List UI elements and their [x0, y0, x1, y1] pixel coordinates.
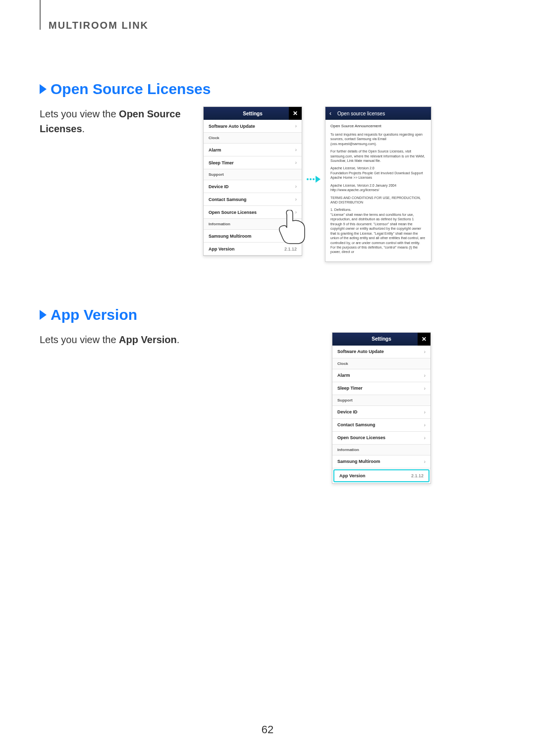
- group-clock: Clock: [332, 358, 430, 369]
- close-icon[interactable]: ✕: [289, 107, 302, 120]
- group-clock: Clock: [204, 133, 302, 144]
- desc-bold: App Version: [119, 334, 177, 345]
- screenshot-group: Settings ✕ Software Auto Update› Clock A…: [272, 332, 490, 484]
- group-support: Support: [204, 169, 302, 180]
- row-contact-samsung[interactable]: Contact Samsung›: [332, 419, 430, 432]
- chevron-right-icon: ›: [424, 373, 426, 378]
- licenses-doc-screenshot: ‹ Open source licenses Open Source Annou…: [325, 106, 431, 262]
- settings-title: Settings: [243, 111, 262, 116]
- chevron-right-icon: ›: [295, 160, 297, 165]
- row-open-source-licenses[interactable]: Open Source Licenses›: [332, 432, 430, 445]
- chevron-right-icon: ›: [295, 209, 297, 215]
- row-alarm[interactable]: Alarm›: [204, 144, 302, 156]
- close-icon[interactable]: ✕: [418, 333, 430, 346]
- chevron-right-icon: ›: [424, 386, 426, 391]
- section-title: Open Source Licenses: [51, 81, 211, 98]
- doc-header: ‹ Open source licenses: [325, 107, 431, 120]
- row-open-source-licenses[interactable]: Open Source Licenses›: [204, 206, 302, 219]
- desc-suffix: .: [177, 334, 180, 345]
- chevron-right-icon: ›: [295, 197, 297, 202]
- desc-prefix: Lets you view the: [40, 108, 119, 119]
- play-icon: [316, 176, 321, 183]
- doc-p2: For further details of the Open Source L…: [330, 149, 426, 163]
- chevron-right-icon: ›: [295, 184, 297, 189]
- manual-page: MULTIROOM LINK Open Source Licenses Lets…: [0, 0, 535, 756]
- chevron-right-icon: ›: [424, 422, 426, 428]
- row-app-version: App Version2.1.12: [204, 243, 302, 255]
- chevron-right-icon: ›: [295, 233, 297, 239]
- chevron-right-icon: ›: [424, 435, 426, 441]
- settings-header: Settings ✕: [204, 107, 302, 120]
- row-app-version-highlighted: App Version2.1.12: [333, 469, 429, 482]
- row-software-auto-update[interactable]: Software Auto Update›: [332, 346, 430, 358]
- doc-p6: 1. Definitions. "License" shall mean the…: [330, 207, 426, 254]
- section-app-version: App Version Lets you view the App Versio…: [40, 306, 490, 484]
- doc-p3: Apache License, Version 2.0 Foundation P…: [330, 166, 426, 180]
- doc-body: Open Source Announcement To send inquiri…: [325, 120, 431, 261]
- doc-p4: Apache License, Version 2.0 January 2004…: [330, 183, 426, 193]
- settings-title: Settings: [372, 336, 391, 342]
- chevron-right-icon: ›: [295, 123, 297, 129]
- section-title-row: App Version: [40, 306, 490, 323]
- desc-suffix: .: [82, 123, 85, 134]
- doc-p5: TERMS AND CONDITIONS FOR USE, REPRODUCTI…: [330, 196, 426, 205]
- chevron-left-icon[interactable]: ‹: [325, 107, 335, 120]
- doc-title: Open source licenses: [337, 111, 385, 116]
- row-sleep-timer[interactable]: Sleep Timer›: [332, 382, 430, 395]
- settings-screenshot: Settings ✕ Software Auto Update› Clock A…: [332, 332, 431, 484]
- row-contact-samsung[interactable]: Contact Samsung›: [204, 193, 302, 206]
- transition-arrow: [306, 176, 321, 183]
- row-device-id[interactable]: Device ID›: [332, 406, 430, 419]
- triangle-bullet-icon: [40, 310, 47, 320]
- settings-header: Settings ✕: [332, 333, 430, 346]
- group-information: Information: [204, 219, 302, 230]
- row-samsung-multiroom[interactable]: Samsung Multiroom›: [332, 455, 430, 468]
- section-description: Lets you view the App Version.: [40, 332, 198, 347]
- chevron-right-icon: ›: [295, 147, 297, 152]
- section-description: Lets you view the Open Source Licenses.: [40, 106, 198, 136]
- header-rule: [40, 0, 41, 30]
- chevron-right-icon: ›: [424, 349, 426, 354]
- chevron-right-icon: ›: [424, 459, 426, 464]
- row-device-id[interactable]: Device ID›: [204, 180, 302, 193]
- row-sleep-timer[interactable]: Sleep Timer›: [204, 156, 302, 169]
- row-samsung-multiroom[interactable]: Samsung Multiroom›: [204, 230, 302, 243]
- doc-announcement: Open Source Announcement: [330, 124, 426, 129]
- group-support: Support: [332, 395, 430, 406]
- chevron-right-icon: ›: [424, 409, 426, 415]
- page-number: 62: [0, 723, 535, 736]
- section-open-source-licenses: Open Source Licenses Lets you view the O…: [40, 81, 490, 262]
- doc-p1: To send inquiries and requests for quest…: [330, 132, 426, 146]
- page-header: MULTIROOM LINK: [49, 20, 490, 31]
- row-alarm[interactable]: Alarm›: [332, 369, 430, 382]
- row-software-auto-update[interactable]: Software Auto Update›: [204, 120, 302, 133]
- screenshot-group: Settings ✕ Software Auto Update› Clock A…: [203, 106, 490, 262]
- desc-prefix: Lets you view the: [40, 334, 119, 345]
- triangle-bullet-icon: [40, 84, 47, 94]
- settings-screenshot: Settings ✕ Software Auto Update› Clock A…: [203, 106, 302, 256]
- group-information: Information: [332, 445, 430, 455]
- section-title: App Version: [51, 306, 137, 323]
- section-title-row: Open Source Licenses: [40, 81, 490, 98]
